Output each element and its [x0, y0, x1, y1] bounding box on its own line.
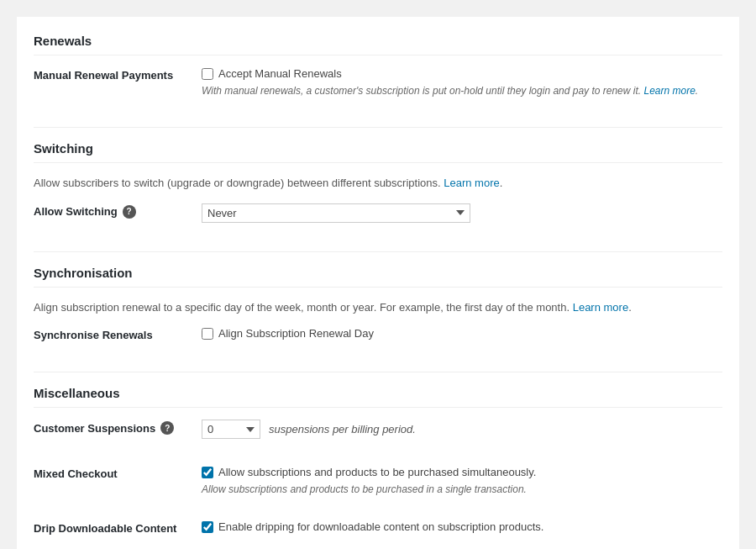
customer-suspensions-row: Customer Suspensions ? 0 1 2 3 4 5 suspe…	[34, 420, 722, 454]
switching-divider	[34, 251, 722, 252]
customer-suspensions-control: 0 1 2 3 4 5 suspensions per billing peri…	[202, 420, 722, 442]
drip-content-checkbox[interactable]	[202, 521, 213, 533]
manual-renewal-checkbox-label[interactable]: Accept Manual Renewals	[218, 67, 342, 80]
switching-title: Switching	[34, 141, 722, 163]
manual-renewal-control: Accept Manual Renewals With manual renew…	[202, 67, 722, 98]
mixed-checkout-checkbox-label[interactable]: Allow subscriptions and products to be p…	[218, 466, 536, 478]
synchronise-renewals-label: Synchronise Renewals	[34, 327, 202, 341]
drip-content-label: Drip Downloadable Content	[34, 520, 202, 535]
manual-renewal-learn-more[interactable]: Learn more	[643, 85, 695, 97]
drip-content-row: Drip Downloadable Content Enable drippin…	[34, 520, 722, 548]
switching-learn-more[interactable]: Learn more	[444, 177, 499, 189]
mixed-checkout-option: Allow subscriptions and products to be p…	[202, 466, 722, 478]
mixed-checkout-description: Allow subscriptions and products to be p…	[202, 482, 722, 497]
customer-suspensions-select[interactable]: 0 1 2 3 4 5	[202, 420, 260, 439]
synchronisation-title: Synchronisation	[34, 266, 722, 288]
miscellaneous-section: Miscellaneous Customer Suspensions ? 0 1…	[34, 386, 722, 548]
allow-switching-select[interactable]: Never All Products Same Product Same Sub…	[202, 203, 470, 223]
mixed-checkout-checkbox[interactable]	[202, 467, 213, 478]
mixed-checkout-label: Mixed Checkout	[34, 466, 202, 480]
renewals-section: Renewals Manual Renewal Payments Accept …	[34, 34, 722, 110]
renewals-title: Renewals	[34, 34, 722, 55]
manual-renewal-label: Manual Renewal Payments	[34, 67, 202, 82]
settings-page: Renewals Manual Renewal Payments Accept …	[17, 17, 739, 549]
manual-renewal-description: With manual renewals, a customer's subsc…	[202, 83, 722, 98]
synchronisation-divider	[34, 372, 722, 372]
synchronisation-section: Synchronisation Align subscription renew…	[34, 266, 722, 356]
synchronisation-description: Align subscription renewal to a specific…	[34, 299, 722, 316]
synchronisation-learn-more[interactable]: Learn more	[573, 301, 628, 314]
mixed-checkout-control: Allow subscriptions and products to be p…	[202, 466, 722, 497]
allow-switching-label: Allow Switching ?	[34, 203, 202, 219]
drip-content-checkbox-label[interactable]: Enable dripping for downloadable content…	[218, 520, 543, 533]
allow-switching-row: Allow Switching ? Never All Products Sam…	[34, 203, 722, 235]
switching-description: Allow subscribers to switch (upgrade or …	[34, 175, 722, 192]
switching-section: Switching Allow subscribers to switch (u…	[34, 141, 722, 235]
customer-suspensions-help-icon[interactable]: ?	[160, 421, 174, 435]
synchronise-renewals-row: Synchronise Renewals Align Subscription …	[34, 327, 722, 355]
synchronise-renewals-control: Align Subscription Renewal Day	[202, 327, 722, 343]
mixed-checkout-row: Mixed Checkout Allow subscriptions and p…	[34, 466, 722, 509]
manual-renewal-row: Manual Renewal Payments Accept Manual Re…	[34, 67, 722, 110]
manual-renewal-option: Accept Manual Renewals	[202, 67, 722, 80]
customer-suspensions-label: Customer Suspensions ?	[34, 420, 202, 435]
miscellaneous-title: Miscellaneous	[34, 386, 722, 408]
synchronise-renewals-checkbox[interactable]	[202, 328, 213, 340]
drip-content-option: Enable dripping for downloadable content…	[202, 520, 722, 533]
customer-suspensions-suffix: suspensions per billing period.	[269, 423, 416, 436]
drip-content-control: Enable dripping for downloadable content…	[202, 520, 722, 536]
synchronise-renewals-checkbox-label[interactable]: Align Subscription Renewal Day	[218, 327, 374, 340]
manual-renewal-checkbox[interactable]	[202, 68, 213, 80]
allow-switching-help-icon[interactable]: ?	[123, 205, 136, 219]
allow-switching-control: Never All Products Same Product Same Sub…	[202, 203, 722, 223]
synchronise-renewals-option: Align Subscription Renewal Day	[202, 327, 722, 340]
customer-suspensions-option: 0 1 2 3 4 5 suspensions per billing peri…	[202, 420, 722, 439]
renewals-divider	[34, 127, 722, 128]
